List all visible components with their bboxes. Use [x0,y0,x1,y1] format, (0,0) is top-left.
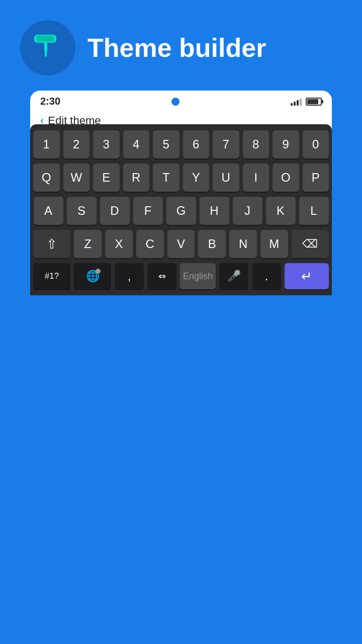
key-v[interactable]: V [167,230,195,258]
key-o[interactable]: O [273,164,299,192]
svg-rect-3 [45,50,47,57]
backspace-icon: ⌫ [302,237,318,251]
signal-icon [291,98,302,106]
gear-dot-icon [96,269,101,274]
battery-icon [306,98,322,106]
mic-key[interactable]: 🎤 [219,263,248,289]
globe-key[interactable]: 🌐 [74,263,111,289]
app-logo [20,20,75,75]
key-r[interactable]: R [123,164,150,192]
key-z[interactable]: Z [74,230,102,258]
key-m[interactable]: M [260,230,288,258]
status-dot [171,98,179,106]
key-8[interactable]: 8 [243,130,269,158]
key-0[interactable]: 0 [303,130,329,158]
key-d[interactable]: D [100,197,130,225]
key-1[interactable]: 1 [33,130,60,158]
keyboard-row-asdf: A S D F G H J K L [33,197,329,225]
app-header: Theme builder [0,0,362,86]
backspace-key[interactable]: ⌫ [292,230,329,258]
keyboard: 1 2 3 4 5 6 7 8 9 0 Q W E R T Y U I O P … [30,124,332,295]
key-k[interactable]: K [266,197,296,225]
phone-mockup: 2:30 ‹ Edit theme Background color [30,91,332,295]
status-right [291,98,322,106]
status-bar: 2:30 [30,91,332,110]
svg-rect-2 [36,36,54,42]
shift-icon: ⇧ [46,236,57,252]
keyboard-row-numbers: 1 2 3 4 5 6 7 8 9 0 [33,130,329,158]
status-time: 2:30 [40,96,60,107]
key-g[interactable]: G [166,197,196,225]
key-q[interactable]: Q [33,164,60,192]
comma-key[interactable]: , [115,263,144,289]
paint-roller-icon [30,33,65,63]
key-i[interactable]: I [243,164,269,192]
key-j[interactable]: J [233,197,262,225]
num-switch-key[interactable]: #1? [33,263,70,289]
cursor-arrow-key[interactable]: ⇔ [147,263,176,289]
shift-key[interactable]: ⇧ [33,230,70,258]
key-7[interactable]: 7 [213,130,239,158]
key-9[interactable]: 9 [273,130,299,158]
key-s[interactable]: S [67,197,97,225]
key-t[interactable]: T [153,164,179,192]
enter-icon: ↵ [301,269,312,284]
key-f[interactable]: F [133,197,163,225]
key-3[interactable]: 3 [93,130,120,158]
key-6[interactable]: 6 [183,130,210,158]
key-l[interactable]: L [299,197,329,225]
key-2[interactable]: 2 [63,130,90,158]
globe-wrapper: 🌐 [86,270,100,283]
key-y[interactable]: Y [183,164,210,192]
key-4[interactable]: 4 [123,130,150,158]
key-b[interactable]: B [198,230,226,258]
key-5[interactable]: 5 [153,130,179,158]
space-key[interactable]: English [180,263,216,289]
enter-key[interactable]: ↵ [285,263,329,289]
period-key[interactable]: . [252,263,281,289]
keyboard-row-bottom: #1? 🌐 , ⇔ English 🎤 . ↵ [33,263,329,289]
mic-icon: 🎤 [227,270,241,283]
app-title: Theme builder [87,33,266,63]
key-h[interactable]: H [200,197,229,225]
key-c[interactable]: C [136,230,164,258]
key-w[interactable]: W [63,164,90,192]
key-p[interactable]: P [303,164,329,192]
key-u[interactable]: U [213,164,239,192]
keyboard-row-qwerty: Q W E R T Y U I O P [33,164,329,192]
keyboard-row-zxcv: ⇧ Z X C V B N M ⌫ [33,230,329,258]
key-x[interactable]: X [105,230,133,258]
key-e[interactable]: E [93,164,120,192]
key-a[interactable]: A [34,197,63,225]
key-n[interactable]: N [229,230,257,258]
